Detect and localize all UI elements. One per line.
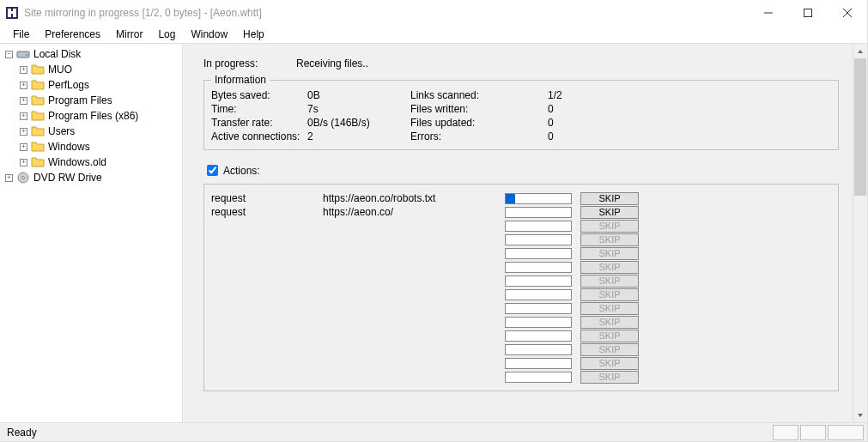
actions-checkbox[interactable] <box>207 165 218 176</box>
skip-button: SKIP <box>580 233 639 246</box>
tree-item[interactable]: +MUO <box>0 62 182 77</box>
tree-expander[interactable]: + <box>18 142 29 153</box>
menu-log[interactable]: Log <box>150 27 183 42</box>
info-key: Bytes saved: <box>211 89 307 101</box>
info-value: 2 <box>307 130 410 142</box>
skip-button: SKIP <box>580 343 639 356</box>
svg-rect-3 <box>8 11 16 14</box>
folder-icon <box>31 78 45 92</box>
tree-expander[interactable]: + <box>18 157 29 168</box>
close-button[interactable] <box>828 0 867 26</box>
menubar: FilePreferencesMirrorLogWindowHelp <box>0 26 867 43</box>
action-row: SKIP <box>211 219 831 233</box>
minimize-button[interactable] <box>749 0 788 26</box>
info-key: Links scanned: <box>410 89 548 101</box>
folder-icon <box>31 63 45 76</box>
status-pane <box>773 425 798 440</box>
tree-label: Local Disk <box>33 48 81 60</box>
skip-button: SKIP <box>580 261 639 274</box>
skip-button: SKIP <box>580 288 639 301</box>
status-text: Ready <box>3 427 773 439</box>
tree-item-dvd-drive[interactable]: +DVD RW Drive <box>0 170 182 185</box>
disc-icon <box>16 171 30 185</box>
action-progress <box>505 207 572 218</box>
skip-button: SKIP <box>580 316 639 329</box>
main-panel: In progress: Receiving files.. Informati… <box>183 44 867 422</box>
folder-icon <box>31 140 45 154</box>
skip-button[interactable]: SKIP <box>580 192 639 205</box>
scroll-up-button[interactable] <box>853 44 867 58</box>
menu-preferences[interactable]: Preferences <box>37 27 108 42</box>
action-progress <box>505 289 572 300</box>
tree-expander[interactable]: − <box>3 49 15 60</box>
info-value: 0 <box>548 130 599 142</box>
action-progress <box>505 248 572 259</box>
action-row: requesthttps://aeon.co/robots.txtSKIP <box>211 191 831 205</box>
folder-icon <box>31 109 45 123</box>
information-legend: Information <box>211 74 270 86</box>
action-row: SKIP <box>211 315 831 329</box>
actions-header: Actions: <box>203 162 839 179</box>
tree-expander[interactable]: + <box>18 80 29 91</box>
menu-file[interactable]: File <box>5 27 37 42</box>
folder-icon <box>31 94 45 107</box>
tree-item[interactable]: +Windows.old <box>0 154 182 170</box>
tree-item[interactable]: +Windows <box>0 139 182 154</box>
tree-item[interactable]: +PerfLogs <box>0 77 182 93</box>
action-row: SKIP <box>211 288 831 301</box>
info-value: 0B/s (146B/s) <box>307 117 410 129</box>
actions-label: Actions: <box>223 165 260 177</box>
body: −Local Disk +MUO+PerfLogs+Program Files+… <box>0 43 867 422</box>
tree-expander[interactable]: + <box>18 111 29 122</box>
action-row: SKIP <box>211 274 831 288</box>
actions-group: requesthttps://aeon.co/robots.txtSKIPreq… <box>203 184 839 391</box>
svg-marker-12 <box>858 50 863 53</box>
scroll-thumb[interactable] <box>854 58 866 196</box>
app-window: Site mirroring in progress [1/2, 0 bytes… <box>0 0 868 442</box>
info-value: 7s <box>307 103 410 115</box>
app-icon <box>5 6 19 20</box>
tree-expander[interactable]: + <box>3 173 15 184</box>
status-pane <box>800 425 826 440</box>
info-key: Files written: <box>410 103 548 115</box>
tree-expander[interactable]: + <box>18 64 29 76</box>
in-progress-status: Receiving files.. <box>296 58 368 70</box>
menu-help[interactable]: Help <box>235 27 272 42</box>
svg-rect-8 <box>17 51 29 58</box>
menu-mirror[interactable]: Mirror <box>108 27 150 42</box>
skip-button[interactable]: SKIP <box>580 206 639 219</box>
statusbar: Ready <box>0 422 867 441</box>
action-progress <box>505 317 572 328</box>
menu-window[interactable]: Window <box>183 27 235 42</box>
info-value: 0 <box>548 103 599 115</box>
skip-button: SKIP <box>580 220 639 233</box>
tree-label: DVD RW Drive <box>33 172 102 184</box>
folder-tree[interactable]: −Local Disk +MUO+PerfLogs+Program Files+… <box>0 44 183 422</box>
action-row: SKIP <box>211 356 831 370</box>
action-type: request <box>211 206 323 218</box>
tree-item-local-disk-c[interactable]: −Local Disk <box>0 46 182 62</box>
action-row: SKIP <box>211 246 831 260</box>
tree-item[interactable]: +Users <box>0 124 182 139</box>
vertical-scrollbar[interactable] <box>853 44 867 422</box>
tree-expander[interactable]: + <box>18 95 29 106</box>
tree-expander[interactable]: + <box>18 126 29 137</box>
skip-button: SKIP <box>580 247 639 260</box>
action-progress <box>505 372 572 383</box>
tree-label: MUO <box>48 64 72 76</box>
action-progress <box>505 275 572 287</box>
tree-item[interactable]: +Program Files (x86) <box>0 108 182 124</box>
action-progress <box>505 262 572 273</box>
action-url: https://aeon.co/robots.txt <box>323 192 505 204</box>
info-key: Transfer rate: <box>211 117 307 129</box>
action-progress <box>505 344 572 355</box>
scroll-track[interactable] <box>853 58 867 408</box>
skip-button: SKIP <box>580 357 639 370</box>
action-progress <box>505 234 572 245</box>
scroll-down-button[interactable] <box>853 408 867 422</box>
in-progress-label: In progress: <box>203 58 296 70</box>
tree-item[interactable]: +Program Files <box>0 93 182 108</box>
tree-label: Users <box>48 125 75 137</box>
maximize-button[interactable] <box>788 0 828 26</box>
skip-button: SKIP <box>580 302 639 315</box>
